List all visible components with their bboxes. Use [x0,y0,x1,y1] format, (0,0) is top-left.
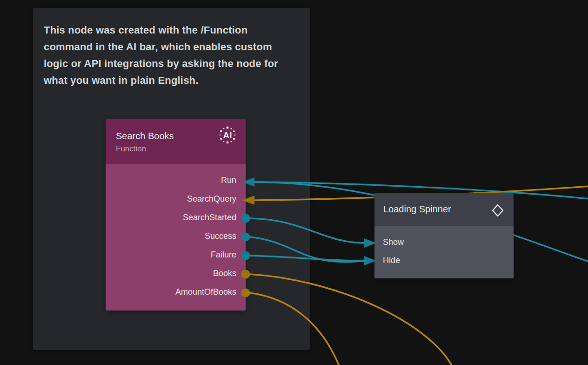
spinner-node-header[interactable]: Loading Spinner [374,193,514,226]
function-node-header[interactable]: Search Books Function AI [106,119,246,164]
svg-text:AI: AI [223,130,232,140]
node-editor-canvas[interactable]: This node was created with the /Function… [0,0,588,365]
port-searchstarted[interactable]: SearchStarted [106,208,246,227]
wires-layer [0,0,588,365]
port-hide[interactable]: Hide [374,251,514,270]
spinner-node-port-list: Show Hide [374,226,514,278]
wire-books-output[interactable] [250,274,453,365]
ai-badge-icon: AI [217,124,238,146]
wire-amountofbooks-output[interactable] [250,293,340,365]
port-failure[interactable]: Failure [106,245,246,264]
diamond-icon [492,204,504,217]
port-books[interactable]: Books [106,264,246,283]
loading-spinner-node[interactable]: Loading Spinner Show Hide [374,193,514,278]
port-show[interactable]: Show [374,233,514,251]
function-node-search-books[interactable]: Search Books Function AI [106,119,246,311]
port-run[interactable]: Run [106,171,246,189]
port-searchquery[interactable]: SearchQuery [106,189,246,208]
function-node-port-list: Run SearchQuery SearchStarted Success Fa… [106,164,246,311]
port-amountofbooks[interactable]: AmountOfBooks [106,283,246,301]
node-title: Loading Spinner [383,204,451,215]
port-success[interactable]: Success [106,227,246,245]
